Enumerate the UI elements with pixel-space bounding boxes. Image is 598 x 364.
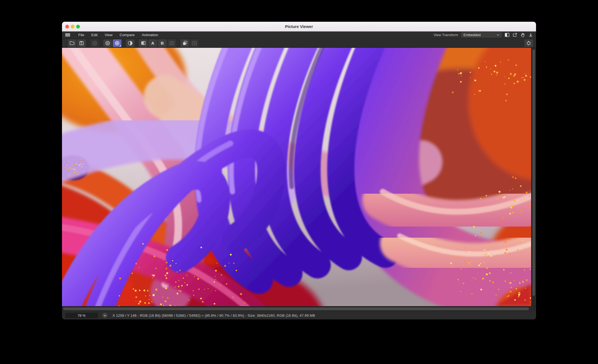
chevron-down-icon [497, 34, 499, 36]
close-window-button[interactable] [65, 25, 69, 29]
menu-animation[interactable]: Animation [142, 33, 158, 37]
copy-icon [183, 41, 187, 45]
toolbar: A B [62, 39, 536, 48]
view-transform-label: View Transform [434, 33, 458, 37]
folder-icon [70, 41, 74, 45]
stop-render-button [90, 39, 99, 47]
molecule-icon [526, 41, 531, 46]
minimize-window-button[interactable] [71, 25, 74, 29]
pixel-info-text: X 1258 / Y 146 - RGB (16 Bit) (56096 / 5… [113, 313, 315, 318]
chip-x-icon [105, 41, 110, 46]
contrast-icon [128, 41, 133, 46]
copy-image-button[interactable] [180, 39, 189, 47]
vertical-scrollbar[interactable] [531, 48, 536, 306]
status-bar: 78 % X 1258 / Y 146 - RGB (16 Bit) (5609… [62, 311, 536, 319]
export-arrow-icon [192, 41, 197, 45]
swap-icon [169, 41, 174, 45]
image-b-button[interactable]: B [158, 39, 167, 47]
label-a: A [151, 41, 154, 45]
window-title: Picture Viewer [285, 24, 313, 29]
chip-icon [115, 41, 120, 46]
picture-viewer-window: Picture Viewer File Edit View Compare An… [62, 22, 536, 319]
zoom-value: 78 % [77, 313, 86, 318]
clear-cache-button[interactable] [103, 39, 112, 47]
rendered-image [62, 48, 531, 306]
toolbar-grip-handle[interactable] [63, 40, 66, 47]
menu-view[interactable]: View [105, 33, 113, 37]
title-bar: Picture Viewer [62, 22, 536, 32]
traffic-lights [65, 25, 80, 29]
open-external-icon[interactable] [512, 32, 518, 38]
menu-file[interactable]: File [78, 33, 84, 37]
view-transform-dropdown[interactable]: Embedded [461, 32, 502, 37]
view-transform-value: Embedded [463, 33, 481, 37]
horizontal-scrollbar-thumb[interactable] [63, 307, 529, 310]
label-b: B [161, 41, 164, 45]
panel-toggle-icon[interactable] [504, 32, 510, 38]
swap-ab-button [167, 39, 176, 47]
team-render-button[interactable] [524, 39, 533, 47]
dock-anchor-icon[interactable] [528, 32, 533, 38]
hamburger-menu-icon[interactable] [65, 33, 70, 36]
export-frame-button [190, 39, 199, 47]
image-viewport[interactable] [62, 48, 536, 306]
image-a-button[interactable]: A [148, 39, 157, 47]
menu-bar: File Edit View Compare Animation View Tr… [62, 32, 536, 39]
contrast-button[interactable] [126, 39, 135, 47]
open-file-button[interactable] [68, 39, 76, 47]
zoom-window-button[interactable] [76, 25, 80, 29]
zoom-dropdown-button[interactable] [102, 313, 108, 318]
ab-split-icon [141, 41, 146, 45]
menu-compare[interactable]: Compare [120, 33, 135, 37]
vertical-scrollbar-thumb[interactable] [532, 49, 535, 296]
horizontal-scrollbar[interactable] [62, 306, 536, 311]
memory-mode-button[interactable] [113, 39, 122, 47]
zoom-level-field[interactable]: 78 % [65, 313, 98, 318]
save-icon [79, 41, 84, 45]
save-image-button[interactable] [77, 39, 86, 47]
menu-edit[interactable]: Edit [91, 33, 98, 37]
pan-hand-icon[interactable] [520, 32, 525, 38]
ab-compare-button[interactable] [139, 39, 148, 47]
chevron-down-icon [104, 315, 106, 316]
close-circle-icon [92, 41, 97, 46]
